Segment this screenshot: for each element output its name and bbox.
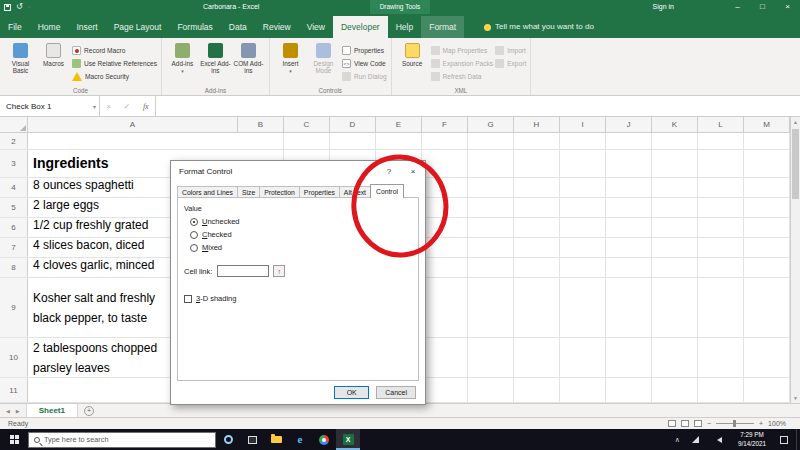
row-header-9[interactable]: 9 (0, 278, 28, 337)
dialog-help-button[interactable]: ? (377, 161, 401, 181)
col-header-K[interactable]: K (652, 117, 698, 132)
row-header-5[interactable]: 5 (0, 198, 28, 217)
network-icon[interactable] (684, 429, 708, 450)
row-header-3[interactable]: 3 (0, 150, 28, 177)
show-desktop-button[interactable] (796, 429, 800, 450)
qat-customize-icon[interactable]: ▾ (28, 5, 31, 10)
properties-button[interactable]: Properties (342, 45, 387, 56)
radio-checked-icon[interactable] (190, 231, 198, 239)
close-button[interactable]: × (775, 0, 800, 14)
file-explorer-icon[interactable] (264, 429, 288, 450)
sheet-tab-sheet1[interactable]: Sheet1 (26, 404, 78, 417)
tab-formulas[interactable]: Formulas (169, 16, 220, 38)
3d-shading-option[interactable]: 3-D shading (184, 294, 412, 303)
col-header-H[interactable]: H (514, 117, 560, 132)
col-header-C[interactable]: C (284, 117, 330, 132)
row-header-2[interactable]: 2 (0, 133, 28, 149)
com-addins-button[interactable]: COM Add-ins (232, 41, 265, 75)
cell-link-input[interactable] (217, 265, 269, 277)
cell-A2[interactable] (28, 133, 238, 149)
export-button[interactable]: Export (495, 58, 526, 69)
design-mode-button[interactable]: Design Mode (307, 41, 340, 75)
record-macro-button[interactable]: Record Macro (72, 45, 157, 56)
tab-home[interactable]: Home (30, 16, 69, 38)
tab-view[interactable]: View (299, 16, 333, 38)
normal-view-icon[interactable] (668, 420, 676, 427)
cancel-button[interactable]: Cancel (376, 386, 416, 399)
insert-control-button[interactable]: Insert ▾ (274, 41, 307, 75)
radio-mixed-icon[interactable] (190, 244, 198, 252)
dialog-titlebar[interactable]: Format Control ? × (171, 161, 425, 181)
name-box-dropdown-icon[interactable]: ▾ (93, 103, 96, 110)
col-header-A[interactable]: A (28, 117, 238, 132)
col-header-B[interactable]: B (238, 117, 284, 132)
zoom-in-icon[interactable]: + (759, 420, 763, 427)
zoom-out-icon[interactable]: − (707, 420, 711, 427)
import-button[interactable]: Import (495, 45, 526, 56)
visual-basic-button[interactable]: Visual Basic (4, 41, 37, 75)
row-header-11[interactable]: 11 (0, 378, 28, 402)
ok-button[interactable]: OK (334, 386, 369, 399)
source-button[interactable]: Source (396, 41, 429, 67)
sheet-next-icon[interactable]: ▶ (16, 408, 20, 414)
dialog-tab-control[interactable]: Control (370, 184, 404, 198)
formula-input[interactable] (156, 96, 800, 116)
vertical-scrollbar[interactable]: ▲ ▼ (790, 117, 800, 403)
row-header-7[interactable]: 7 (0, 238, 28, 257)
taskbar-clock[interactable]: 7:29 PM 9/14/2021 (732, 431, 772, 447)
zoom-slider-thumb[interactable] (733, 420, 736, 427)
addins-button[interactable]: Add-ins ▾ (166, 41, 199, 75)
chrome-browser-icon[interactable] (312, 429, 336, 450)
dialog-close-button[interactable]: × (401, 161, 425, 181)
row-header-10[interactable]: 10 (0, 338, 28, 377)
save-icon[interactable] (4, 4, 11, 11)
radio-mixed-option[interactable]: Mixed (190, 243, 412, 252)
col-header-D[interactable]: D (330, 117, 376, 132)
sheet-prev-icon[interactable]: ◀ (6, 408, 10, 414)
radio-unchecked-icon[interactable] (190, 218, 198, 226)
action-center-icon[interactable] (772, 429, 796, 450)
enter-entry-icon[interactable]: ✓ (124, 102, 131, 111)
select-all-corner[interactable] (0, 117, 28, 132)
radio-unchecked-option[interactable]: Unchecked (190, 217, 412, 226)
zoom-slider[interactable] (716, 423, 754, 424)
scrollbar-thumb[interactable] (792, 129, 799, 199)
macro-security-button[interactable]: Macro Security (72, 71, 157, 82)
macros-button[interactable]: Macros (37, 41, 70, 67)
sign-in-button[interactable]: Sign in (645, 0, 682, 14)
col-header-L[interactable]: L (698, 117, 744, 132)
tab-data[interactable]: Data (221, 16, 255, 38)
col-header-F[interactable]: F (422, 117, 468, 132)
tab-file[interactable]: File (0, 16, 30, 38)
insert-function-icon[interactable]: fx (143, 102, 149, 111)
col-header-I[interactable]: I (560, 117, 606, 132)
col-header-E[interactable]: E (376, 117, 422, 132)
cortana-icon[interactable] (216, 429, 240, 450)
page-layout-view-icon[interactable] (681, 420, 689, 427)
minimize-button[interactable]: – (725, 0, 750, 14)
tell-me-box[interactable]: Tell me what you want to do (484, 16, 594, 38)
hidden-icons-caret[interactable]: ∧ (671, 436, 684, 444)
new-sheet-icon[interactable]: + (84, 406, 94, 416)
tab-insert[interactable]: Insert (68, 16, 105, 38)
cancel-entry-icon[interactable]: × (106, 102, 111, 111)
start-button[interactable] (0, 429, 28, 450)
row-header-6[interactable]: 6 (0, 218, 28, 237)
tab-review[interactable]: Review (255, 16, 299, 38)
undo-icon[interactable]: ↺ (16, 3, 23, 11)
page-break-view-icon[interactable] (694, 420, 702, 427)
scroll-up-icon[interactable]: ▲ (791, 117, 800, 127)
volume-icon[interactable] (708, 429, 732, 450)
3d-shading-checkbox[interactable] (184, 295, 192, 303)
tab-help[interactable]: Help (388, 16, 421, 38)
tab-format[interactable]: Format (421, 16, 464, 38)
excel-taskbar-icon[interactable]: X (336, 429, 360, 450)
col-header-J[interactable]: J (606, 117, 652, 132)
map-properties-button[interactable]: Map Properties (431, 45, 494, 56)
refresh-data-button[interactable]: Refresh Data (431, 71, 494, 82)
use-relative-references-button[interactable]: Use Relative References (72, 58, 157, 69)
maximize-button[interactable]: □ (750, 0, 775, 14)
zoom-level[interactable]: 100% (768, 420, 786, 427)
col-header-M[interactable]: M (744, 117, 790, 132)
excel-addins-button[interactable]: Excel Add-ins (199, 41, 232, 75)
